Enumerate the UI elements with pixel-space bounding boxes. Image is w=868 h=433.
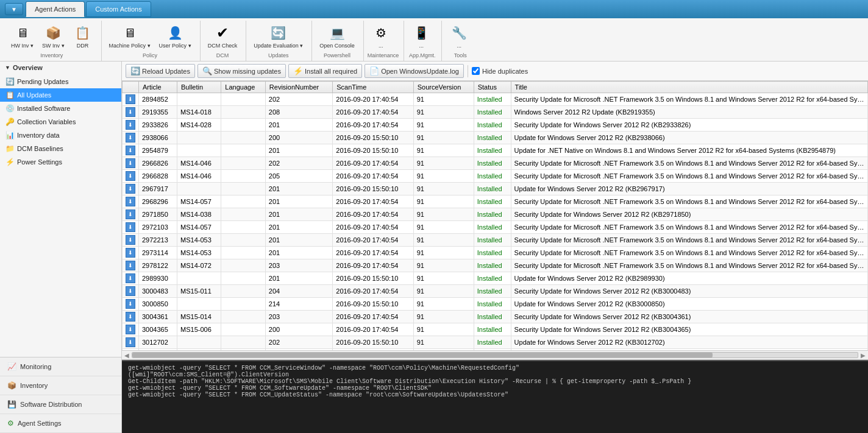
reload-updates-button[interactable]: 🔄 Reload Updates — [126, 64, 195, 78]
inventory-icon: 📦 — [7, 381, 16, 390]
sidebar-bottom-agent-settings[interactable]: ⚙ Agent Settings — [0, 414, 121, 433]
ddr-button[interactable]: 📋 DDR — [69, 21, 96, 51]
table-row[interactable]: ⬇ 2978122 MS14-072 203 2016-09-20 17:40:… — [123, 259, 868, 272]
row-revision: 201 — [265, 183, 332, 195]
table-row[interactable]: ⬇ 3000483 MS15-011 204 2016-09-20 17:40:… — [123, 285, 868, 298]
row-status: Installed — [474, 106, 511, 119]
hw-inv-button[interactable]: 🖥 HW Inv — [7, 21, 37, 51]
row-sourceversion: 91 — [413, 221, 474, 234]
row-language — [221, 106, 266, 119]
power-settings-icon: ⚡ — [5, 157, 15, 167]
row-scantime: 2016-09-20 15:50:10 — [333, 132, 413, 144]
table-row[interactable]: ⬇ 3004361 MS15-014 203 2016-09-20 17:40:… — [123, 311, 868, 323]
table-row[interactable]: ⬇ 3012702 202 2016-09-20 15:50:10 91 Ins… — [123, 336, 868, 349]
sidebar-bottom-monitoring[interactable]: 📈 Monitoring — [0, 357, 121, 376]
row-language — [221, 285, 266, 298]
table-row[interactable]: ⬇ 2989930 201 2016-09-20 15:50:10 91 Ins… — [123, 272, 868, 285]
col-header-scantime[interactable]: ScanTime — [333, 82, 413, 93]
col-header-status[interactable]: Status — [474, 82, 511, 93]
table-row[interactable]: ⬇ 2933826 MS14-028 201 2016-09-20 17:40:… — [123, 119, 868, 132]
hide-duplicates-checkbox-label[interactable]: Hide duplicates — [472, 67, 528, 75]
scroll-track[interactable] — [132, 352, 858, 358]
col-header-icon[interactable] — [123, 82, 139, 93]
table-row[interactable]: ⬇ 3004365 MS15-006 200 2016-09-20 17:40:… — [123, 323, 868, 336]
row-sourceversion: 91 — [413, 157, 474, 170]
table-row[interactable]: ⬇ 2966828 MS14-046 205 2016-09-20 17:40:… — [123, 170, 868, 183]
row-bulletin: MS14-046 — [177, 170, 221, 183]
sidebar-item-pending-updates[interactable]: 🔄 Pending Updates — [0, 75, 121, 88]
sidebar-bottom-software-distribution[interactable]: 💾 Software Distribution — [0, 395, 121, 414]
sidebar-item-installed-software[interactable]: 💿 Installed Software — [0, 102, 121, 115]
table-row[interactable]: ⬇ 2919355 MS14-018 208 2016-09-20 17:40:… — [123, 106, 868, 119]
col-header-language[interactable]: Language — [221, 82, 266, 93]
table-row[interactable]: ⬇ 3000850 214 2016-09-20 15:50:10 91 Ins… — [123, 298, 868, 311]
sidebar-item-inventory-data[interactable]: 📊 Inventory data — [0, 128, 121, 142]
inventory-data-icon: 📊 — [5, 130, 15, 140]
sidebar-item-dcm-baselines[interactable]: 📁 DCM Baselines — [0, 142, 121, 155]
row-status: Installed — [474, 336, 511, 349]
scroll-left-icon[interactable]: ◀ — [124, 352, 129, 359]
show-missing-updates-button[interactable]: 🔍 Show missing updates — [197, 64, 286, 78]
table-row[interactable]: ⬇ 2967917 201 2016-09-20 15:50:10 91 Ins… — [123, 183, 868, 195]
row-icon: ⬇ — [126, 209, 135, 219]
row-title: Update for Windows Server 2012 R2 (KB301… — [511, 336, 867, 349]
user-policy-button[interactable]: 👤 User Policy — [155, 21, 195, 51]
scroll-thumb[interactable] — [132, 353, 713, 357]
install-all-required-button[interactable]: ⚡ Install all required — [288, 64, 362, 78]
sw-inv-button[interactable]: 📦 SW Inv — [38, 21, 68, 51]
row-revision: 201 — [265, 208, 332, 221]
col-header-title[interactable]: Title — [511, 82, 867, 93]
row-sourceversion: 91 — [413, 170, 474, 183]
col-header-bulletin[interactable]: Bulletin — [177, 82, 221, 93]
update-evaluation-button[interactable]: 🔄 Update Evaluation — [250, 21, 307, 51]
appmgmt-button[interactable]: 📱 ... — [408, 21, 435, 51]
table-row[interactable]: ⬇ 2972103 MS14-057 201 2016-09-20 17:40:… — [123, 221, 868, 234]
app-menu-button[interactable]: ▼ — [5, 3, 23, 15]
col-header-revision[interactable]: RevisionNumber — [265, 82, 332, 93]
tab-agent-actions[interactable]: Agent Actions — [26, 1, 85, 17]
dcm-check-button[interactable]: ✔ DCM Check — [204, 21, 241, 51]
table-row[interactable]: ⬇ 2894852 202 2016-09-20 17:40:54 91 Ins… — [123, 93, 868, 106]
row-revision: 200 — [265, 323, 332, 336]
row-icon: ⬇ — [126, 158, 135, 168]
row-bulletin — [177, 93, 221, 106]
row-title: Update for Windows Server 2012 R2 (KB296… — [511, 183, 867, 195]
updates-table-container[interactable]: Article Bulletin Language RevisionNumber… — [122, 81, 868, 350]
row-language — [221, 298, 266, 311]
h-scroll-bar[interactable]: ◀ ▶ — [122, 350, 868, 360]
table-row[interactable]: ⬇ 2968296 MS14-057 201 2016-09-20 17:40:… — [123, 195, 868, 208]
tab-custom-actions[interactable]: Custom Actions — [86, 1, 151, 17]
row-status: Installed — [474, 272, 511, 285]
maintenance-button[interactable]: ⚙ ... — [368, 21, 394, 51]
row-language — [221, 259, 266, 272]
row-title: Security Update for Microsoft .NET Frame… — [511, 234, 867, 247]
row-icon-cell: ⬇ — [123, 170, 139, 183]
table-row[interactable]: ⬇ 2971850 MS14-038 201 2016-09-20 17:40:… — [123, 208, 868, 221]
scroll-right-icon[interactable]: ▶ — [861, 352, 866, 359]
open-console-button[interactable]: 💻 Open Console — [316, 21, 358, 51]
row-scantime: 2016-09-20 17:40:54 — [333, 285, 413, 298]
table-row[interactable]: ⬇ 2973114 MS14-053 201 2016-09-20 17:40:… — [123, 247, 868, 259]
machine-policy-button[interactable]: 🖥 Machine Policy — [105, 21, 154, 51]
row-revision: 203 — [265, 311, 332, 323]
row-status: Installed — [474, 170, 511, 183]
open-wu-log-button[interactable]: 📄 Open WindowsUpdate.log — [365, 64, 464, 78]
table-row[interactable]: ⬇ 2966826 MS14-046 202 2016-09-20 17:40:… — [123, 157, 868, 170]
sidebar-overview-header[interactable]: ▼ Overview — [0, 62, 121, 74]
table-row[interactable]: ⬇ 2938066 200 2016-09-20 15:50:10 91 Ins… — [123, 132, 868, 144]
col-header-sourceversion[interactable]: SourceVersion — [413, 82, 474, 93]
col-header-article[interactable]: Article — [139, 82, 177, 93]
row-icon: ⬇ — [126, 261, 135, 270]
sidebar-bottom-inventory[interactable]: 📦 Inventory — [0, 376, 121, 395]
row-icon-cell: ⬇ — [123, 106, 139, 119]
sidebar-item-power-settings[interactable]: ⚡ Power Settings — [0, 155, 121, 169]
hw-inv-icon: 🖥 — [13, 23, 32, 43]
table-row[interactable]: ⬇ 2954879 201 2016-09-20 15:50:10 91 Ins… — [123, 144, 868, 157]
sidebar-item-collection-variables[interactable]: 🔑 Collection Variables — [0, 115, 121, 128]
tools-button[interactable]: 🔧 ... — [446, 21, 472, 51]
installed-software-icon: 💿 — [5, 104, 15, 113]
row-icon: ⬇ — [126, 286, 135, 296]
sidebar-item-all-updates[interactable]: 📋 All Updates — [0, 88, 121, 102]
table-row[interactable]: ⬇ 2972213 MS14-053 201 2016-09-20 17:40:… — [123, 234, 868, 247]
hide-duplicates-checkbox[interactable] — [472, 67, 480, 75]
